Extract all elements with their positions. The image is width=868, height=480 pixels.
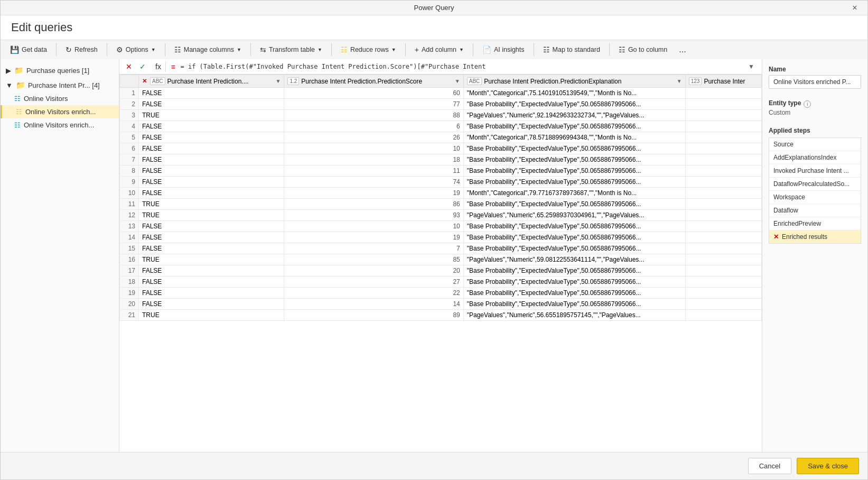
- table-row[interactable]: 17 FALSE 20 "Base Probability","Expected…: [120, 265, 762, 276]
- step-label: AddExplanationsIndex: [773, 154, 836, 161]
- get-data-button[interactable]: 💾 Get data: [5, 43, 52, 57]
- cell-col2: 85: [284, 254, 463, 265]
- table-row[interactable]: 13 FALSE 10 "Base Probability","Expected…: [120, 221, 762, 232]
- cell-col1: FALSE: [139, 177, 284, 188]
- manage-columns-button[interactable]: ☷ Manage columns ▼: [169, 43, 247, 57]
- table-row[interactable]: 1 FALSE 60 "Month","Categorical",75.1401…: [120, 88, 762, 99]
- table-row[interactable]: 5 FALSE 26 "Month","Categorical",78.5718…: [120, 132, 762, 143]
- sidebar-group-purchase-queries-header[interactable]: ▶ 📁 Purchase queries [1]: [1, 63, 119, 77]
- cell-col1: FALSE: [139, 165, 284, 177]
- col-filter-icon-2[interactable]: ▼: [455, 78, 460, 84]
- cell-col4: [685, 99, 761, 110]
- formula-input[interactable]: [180, 63, 742, 70]
- name-input[interactable]: Online Visitors enriched P...: [769, 75, 861, 89]
- table-row[interactable]: 3 TRUE 88 "PageValues","Numeric",92.1942…: [120, 110, 762, 121]
- cell-col2: 86: [284, 199, 463, 210]
- table-row[interactable]: 4 FALSE 6 "Base Probability","ExpectedVa…: [120, 121, 762, 132]
- map-icon: ☷: [543, 45, 550, 54]
- cell-col1: FALSE: [139, 99, 284, 110]
- go-to-column-icon: ☷: [619, 45, 626, 54]
- options-button[interactable]: ⚙ Options ▼: [111, 43, 161, 57]
- manage-columns-icon: ☷: [174, 45, 181, 54]
- table-row[interactable]: 15 FALSE 7 "Base Probability","ExpectedV…: [120, 243, 762, 254]
- add-column-button[interactable]: + Add column ▼: [409, 43, 469, 57]
- table-row[interactable]: 14 FALSE 19 "Base Probability","Expected…: [120, 232, 762, 243]
- col-header-2[interactable]: 1.2 Purchase Intent Prediction.Predictio…: [284, 75, 463, 88]
- col-header-4[interactable]: 123 Purchase Inter: [685, 75, 761, 88]
- ai-icon: 📄: [482, 45, 491, 54]
- cell-col1: FALSE: [139, 265, 284, 276]
- applied-step-item[interactable]: Invoked Purchase Intent ...: [769, 164, 861, 178]
- col-name-1: Purchase Intent Prediction....: [167, 78, 249, 85]
- cell-col2: 18: [284, 154, 463, 165]
- cell-col1: FALSE: [139, 299, 284, 310]
- col-header-1[interactable]: ✕ ABC Purchase Intent Prediction.... ▼: [139, 75, 284, 88]
- toolbar-separator-9: [609, 43, 610, 56]
- table-row[interactable]: 12 TRUE 93 "PageValues","Numeric",65.259…: [120, 210, 762, 221]
- applied-step-item[interactable]: AddExplanationsIndex: [769, 151, 861, 164]
- save-close-button[interactable]: Save & close: [797, 458, 859, 474]
- table-row[interactable]: 6 FALSE 10 "Base Probability","ExpectedV…: [120, 143, 762, 154]
- refresh-button[interactable]: ↻ Refresh: [60, 43, 103, 57]
- data-grid-container[interactable]: ✕ ABC Purchase Intent Prediction.... ▼ 1…: [119, 75, 762, 452]
- reduce-rows-button[interactable]: ☷ Reduce rows ▼: [335, 43, 402, 57]
- applied-step-item[interactable]: ✕Enriched results: [769, 230, 861, 243]
- applied-step-item[interactable]: Dataflow: [769, 204, 861, 217]
- cell-col4: [685, 110, 761, 121]
- table-row[interactable]: 11 TRUE 86 "Base Probability","ExpectedV…: [120, 199, 762, 210]
- cell-col3: "PageValues","Numeric",56.6551895757145,…: [463, 310, 685, 321]
- transform-table-button[interactable]: ⇆ Transform table ▼: [255, 43, 328, 57]
- applied-step-item[interactable]: DataflowPrecalculatedSo...: [769, 178, 861, 191]
- cancel-button[interactable]: Cancel: [748, 458, 791, 474]
- cell-col2: 77: [284, 99, 463, 110]
- formula-expand-icon[interactable]: ▼: [745, 62, 758, 71]
- cell-col1: FALSE: [139, 188, 284, 199]
- cell-col2: 20: [284, 265, 463, 276]
- applied-step-item[interactable]: Source: [769, 138, 861, 151]
- table-row[interactable]: 9 FALSE 74 "Base Probability","ExpectedV…: [120, 177, 762, 188]
- formula-cancel-icon[interactable]: ✕: [124, 61, 134, 72]
- table-row[interactable]: 20 FALSE 14 "Base Probability","Expected…: [120, 299, 762, 310]
- row-number: 10: [120, 188, 139, 199]
- col-filter-icon-1[interactable]: ▼: [275, 78, 281, 84]
- applied-step-item[interactable]: EnrichedPreview: [769, 217, 861, 230]
- go-to-column-button[interactable]: ☷ Go to column: [613, 43, 673, 57]
- cell-col2: 10: [284, 143, 463, 154]
- sidebar-item-online-visitors-enriched-2[interactable]: ☷ Online Visitors enrich...: [1, 118, 119, 132]
- cell-col4: [685, 243, 761, 254]
- sidebar-group-purchase-intent-header[interactable]: ▼ 📁 Purchase Intent Pr... [4]: [1, 78, 119, 92]
- name-section: Name Online Visitors enriched P...: [769, 66, 861, 89]
- table-row[interactable]: 2 FALSE 77 "Base Probability","ExpectedV…: [120, 99, 762, 110]
- applied-step-item[interactable]: Workspace: [769, 191, 861, 204]
- row-number: 16: [120, 254, 139, 265]
- map-to-standard-button[interactable]: ☷ Map to standard: [538, 43, 605, 57]
- table-row[interactable]: 7 FALSE 18 "Base Probability","ExpectedV…: [120, 154, 762, 165]
- sidebar-group-label: Purchase queries [1]: [26, 67, 89, 75]
- step-label: EnrichedPreview: [773, 220, 821, 227]
- sidebar-item-online-visitors[interactable]: ☷ Online Visitors: [1, 92, 119, 105]
- table-row[interactable]: 19 FALSE 22 "Base Probability","Expected…: [120, 288, 762, 299]
- ai-insights-button[interactable]: 📄 AI insights: [477, 43, 530, 57]
- col-filter-icon-3[interactable]: ▼: [677, 78, 682, 84]
- entity-type-info-icon[interactable]: i: [804, 100, 811, 108]
- cell-col3: "Base Probability","ExpectedValueType",5…: [463, 232, 685, 243]
- more-options-button[interactable]: ...: [675, 42, 690, 57]
- step-label: Source: [773, 141, 794, 148]
- cell-col3: "Base Probability","ExpectedValueType",5…: [463, 276, 685, 288]
- formula-confirm-icon[interactable]: ✓: [137, 61, 148, 72]
- table-row[interactable]: 21 TRUE 89 "PageValues","Numeric",56.655…: [120, 310, 762, 321]
- toolbar-separator-5: [331, 43, 332, 56]
- step-label: Workspace: [773, 193, 805, 201]
- table-row[interactable]: 10 FALSE 19 "Month","Categorical",79.771…: [120, 188, 762, 199]
- cell-col1: FALSE: [139, 276, 284, 288]
- cell-col3: "Base Probability","ExpectedValueType",5…: [463, 243, 685, 254]
- table-row[interactable]: 8 FALSE 11 "Base Probability","ExpectedV…: [120, 165, 762, 177]
- table-row[interactable]: 18 FALSE 27 "Base Probability","Expected…: [120, 276, 762, 288]
- close-button[interactable]: ×: [848, 2, 861, 14]
- cell-col1: FALSE: [139, 88, 284, 99]
- enriched-table-icon: ☷: [16, 108, 22, 116]
- col-header-3[interactable]: ABC Purchase Intent Prediction.Predictio…: [463, 75, 685, 88]
- sidebar-item-online-visitors-enriched-active[interactable]: ☷ Online Visitors enrich...: [1, 105, 119, 118]
- table-row[interactable]: 16 TRUE 85 "PageValues","Numeric",59.081…: [120, 254, 762, 265]
- cell-col4: [685, 165, 761, 177]
